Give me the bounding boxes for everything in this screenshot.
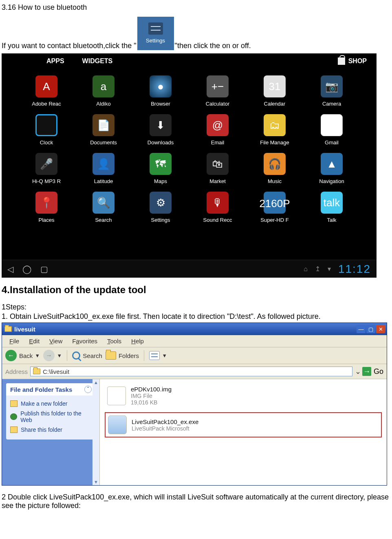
intro-before: If you want to contact bluetooth,click t… bbox=[2, 41, 137, 51]
app-gmail[interactable]: MGmail bbox=[303, 114, 360, 146]
titlebar-folder-icon bbox=[4, 326, 12, 332]
shop-bag-icon bbox=[338, 57, 345, 65]
file-info: LiveSuitPack100_ex.exeLiveSuitPack Micro… bbox=[132, 418, 198, 432]
app-aldiko[interactable]: aAldiko bbox=[75, 75, 132, 107]
install-heading: 4.Installation of the update tool bbox=[2, 284, 390, 296]
scrollbar[interactable] bbox=[92, 379, 100, 485]
app-maps[interactable]: 🗺Maps bbox=[132, 153, 189, 184]
nav-icon: ▲ bbox=[321, 153, 343, 175]
tasks-panel-header[interactable]: File and Folder Tasks ˆ bbox=[6, 383, 96, 395]
app-market[interactable]: 🛍Market bbox=[189, 153, 246, 184]
app-files[interactable]: 🗂File Manage bbox=[246, 114, 303, 146]
window-minimize-button[interactable]: — bbox=[357, 325, 366, 333]
app-calc[interactable]: +−Calculator bbox=[189, 75, 246, 107]
address-dropdown-icon[interactable]: ⌄ bbox=[355, 367, 360, 376]
toolbar-separator-2 bbox=[144, 350, 144, 361]
toolbar-folders-label: Folders bbox=[119, 352, 139, 359]
status-clock: 11:12 bbox=[338, 263, 371, 276]
app-calendar[interactable]: 31Calendar bbox=[246, 75, 303, 107]
toolbar-folders-button[interactable]: Folders bbox=[106, 351, 139, 360]
menu-file[interactable]: File bbox=[5, 337, 23, 345]
app-grid: AAdobe ReacaAldiko●Browser+−Calculator31… bbox=[2, 68, 377, 223]
step-1-text: 1. Obtain LiveSuitPack100_ex.exe file fi… bbox=[2, 312, 390, 321]
nav-recent-icon[interactable]: ▢ bbox=[40, 264, 48, 274]
tab-apps[interactable]: APPS bbox=[46, 57, 64, 65]
back-dropdown-icon[interactable]: ▾ bbox=[35, 352, 40, 359]
app-adobe[interactable]: AAdobe Reac bbox=[18, 75, 75, 107]
app-downloads[interactable]: ⬇Downloads bbox=[132, 114, 189, 146]
app-camera[interactable]: 📷Camera bbox=[303, 75, 360, 107]
nav-back-icon[interactable]: ◁ bbox=[7, 264, 13, 274]
app-label: Clock bbox=[40, 139, 53, 146]
app-label: Navigation bbox=[319, 178, 344, 184]
sound-icon: 🎙 bbox=[207, 192, 229, 214]
calc-icon: +− bbox=[207, 75, 229, 97]
views-dropdown-icon[interactable]: ▾ bbox=[162, 352, 167, 359]
toolbar-forward-button[interactable]: → ▾ bbox=[43, 350, 62, 361]
app-hiq[interactable]: 🎤Hi-Q MP3 R bbox=[18, 153, 75, 184]
globe-icon bbox=[10, 413, 17, 420]
app-email[interactable]: @Email bbox=[189, 114, 246, 146]
app-browser[interactable]: ●Browser bbox=[132, 75, 189, 107]
app-label: Calculator bbox=[206, 101, 230, 107]
task-item[interactable]: Publish this folder to the Web bbox=[10, 409, 92, 425]
camera-icon: 📷 bbox=[321, 75, 343, 97]
settings-app-thumbnail: Settings bbox=[137, 17, 174, 50]
search-icon: 🔍 bbox=[92, 192, 115, 214]
address-field[interactable]: C:\livesuit bbox=[30, 367, 352, 376]
tab-widgets[interactable]: WIDGETS bbox=[82, 57, 113, 65]
app-latitude[interactable]: 👤Latitude bbox=[75, 153, 132, 184]
app-settings[interactable]: ⚙Settings bbox=[132, 192, 189, 223]
menu-view[interactable]: View bbox=[45, 337, 66, 345]
menu-help[interactable]: Help bbox=[127, 337, 148, 345]
toolbar-search-button[interactable]: Search bbox=[72, 351, 102, 360]
collapse-chevron-icon[interactable]: ˆ bbox=[84, 386, 92, 393]
app-label: Super-HD F bbox=[260, 217, 288, 223]
app-nav[interactable]: ▲Navigation bbox=[303, 153, 360, 184]
app-label: Latitude bbox=[94, 178, 113, 184]
settings-thumb-label: Settings bbox=[146, 37, 165, 44]
file-item[interactable]: LiveSuitPack100_ex.exeLiveSuitPack Micro… bbox=[105, 412, 382, 437]
app-label: Documents bbox=[90, 139, 117, 146]
file-item[interactable]: ePDKv100.imgIMG File19,016 KB bbox=[105, 383, 382, 408]
forward-dropdown-icon[interactable]: ▾ bbox=[57, 352, 62, 359]
window-maximize-button[interactable]: ▢ bbox=[366, 325, 375, 333]
forward-arrow-icon: → bbox=[43, 350, 55, 361]
talk-icon: talk bbox=[321, 192, 343, 214]
app-docs[interactable]: 📄Documents bbox=[75, 114, 132, 146]
toolbar-views-button[interactable]: ▾ bbox=[149, 351, 167, 360]
app-music[interactable]: 🎧Music bbox=[246, 153, 303, 184]
toolbar-back-button[interactable]: ← Back ▾ bbox=[5, 350, 40, 361]
tasks-list: Make a new folderPublish this folder to … bbox=[6, 395, 96, 440]
menu-tools[interactable]: Tools bbox=[103, 337, 126, 345]
task-item[interactable]: Make a new folder bbox=[10, 399, 92, 409]
email-icon: @ bbox=[207, 114, 229, 136]
menu-edit[interactable]: Edit bbox=[25, 337, 44, 345]
app-super[interactable]: 2160PSuper-HD F bbox=[246, 192, 303, 223]
xp-title-bar: livesuit — ▢ ✕ bbox=[2, 323, 387, 335]
app-label: Adobe Reac bbox=[32, 101, 61, 107]
shop-link[interactable]: SHOP bbox=[338, 57, 367, 65]
android-top-bar: APPS WIDGETS SHOP bbox=[2, 53, 377, 68]
app-search[interactable]: 🔍Search bbox=[75, 192, 132, 223]
go-button[interactable]: → bbox=[362, 367, 371, 376]
downloads-icon: ⬇ bbox=[150, 114, 172, 136]
task-item[interactable]: Share this folder bbox=[10, 425, 92, 435]
app-label: Calendar bbox=[264, 101, 286, 107]
app-places[interactable]: 📍Places bbox=[18, 192, 75, 223]
aldiko-icon: a bbox=[92, 75, 115, 97]
address-folder-icon bbox=[33, 369, 40, 374]
places-icon: 📍 bbox=[35, 192, 57, 214]
nav-home-icon[interactable]: ◯ bbox=[22, 264, 31, 274]
tasks-panel: File and Folder Tasks ˆ Make a new folde… bbox=[6, 383, 96, 440]
file-name: ePDKv100.img bbox=[131, 386, 172, 393]
android-nav-bar: ◁ ◯ ▢ ⌂ ↥ ▾ 11:12 bbox=[2, 260, 377, 278]
app-label: Places bbox=[38, 217, 54, 223]
steps-label: 1Steps: bbox=[2, 303, 390, 311]
menu-favorites[interactable]: Favorites bbox=[68, 337, 101, 345]
app-sound[interactable]: 🎙Sound Recc bbox=[189, 192, 246, 223]
window-close-button[interactable]: ✕ bbox=[376, 325, 385, 333]
status-upload-icon: ↥ bbox=[315, 265, 320, 273]
app-talk[interactable]: talkTalk bbox=[303, 192, 360, 223]
app-clock[interactable]: Clock bbox=[18, 114, 75, 146]
